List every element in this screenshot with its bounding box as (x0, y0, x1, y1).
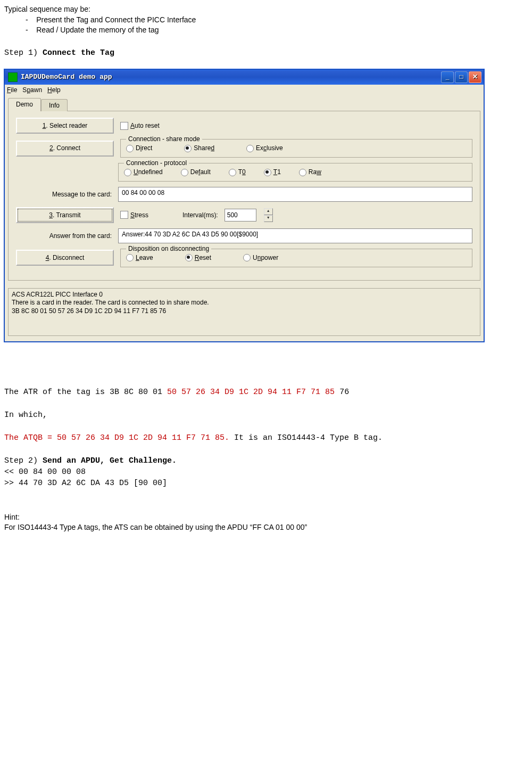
tab-demo[interactable]: Demo (8, 98, 41, 112)
atr-prefix: The ATR of the tag is 3B 8C 80 01 (4, 388, 167, 397)
atqb-suffix: It is an ISO14443-4 Type B tag. (229, 433, 383, 442)
hint-text: For ISO14443-4 Type A tags, the ATS can … (4, 522, 528, 533)
bullet: - Read / Update the memory of the tag (26, 25, 528, 36)
protocol-legend: Connection - protocol (124, 159, 189, 168)
spin-down-icon[interactable]: ▼ (264, 215, 273, 222)
in-which: In which, (4, 409, 528, 421)
disposition-legend: Disposition on disconnecting (126, 244, 211, 253)
disposition-group: Disposition on disconnecting Leave Reset… (120, 249, 472, 267)
apdu-recv: >> 44 70 3D A2 6C DA 43 D5 [90 00] (4, 478, 528, 489)
step2-line: Step 2) Send an APDU, Get Challenge. (4, 455, 528, 466)
minimize-button[interactable]: _ (441, 71, 454, 83)
radio-raw[interactable]: Raw (299, 168, 321, 177)
app-icon (8, 72, 18, 82)
maximize-button[interactable]: □ (455, 71, 468, 83)
hint-label: Hint: (4, 512, 528, 523)
menu-spawn[interactable]: Spawn (22, 86, 42, 95)
menu-help[interactable]: Help (47, 86, 61, 95)
msg-label: Message to the card: (16, 190, 112, 199)
menubar: File Spawn Help (5, 85, 484, 96)
close-button[interactable]: ✕ (469, 71, 481, 83)
disconnect-button[interactable]: 4. Disconnect (16, 250, 114, 266)
share-mode-legend: Connection - share mode (126, 135, 202, 144)
spin-up-icon[interactable]: ▲ (264, 208, 273, 215)
atr-suffix: 76 (335, 388, 349, 397)
status-line: 3B 8C 80 01 50 57 26 34 D9 1C 2D 94 11 F… (12, 307, 477, 316)
bullet: - Present the Tag and Connect the PICC I… (26, 15, 528, 26)
radio-shared[interactable]: Shared (184, 144, 214, 153)
step2-bold: Send an APDU, Get Challenge. (43, 456, 177, 465)
status-line: ACS ACR122L PICC Interface 0 (12, 291, 477, 299)
atr-red: 50 57 26 34 D9 1C 2D 94 11 F7 71 85 (167, 388, 335, 397)
radio-direct[interactable]: Direct (126, 144, 152, 153)
answer-label: Answer from the card: (16, 232, 112, 241)
step1-prefix: Step 1) (4, 48, 43, 58)
bullet-text: Present the Tag and Connect the PICC Int… (36, 15, 196, 24)
radio-reset[interactable]: Reset (185, 253, 211, 263)
step1-line: Step 1) Connect the Tag (4, 47, 528, 59)
atr-line: The ATR of the tag is 3B 8C 80 01 50 57 … (4, 387, 528, 398)
radio-default[interactable]: Default (181, 168, 211, 177)
radio-unpower[interactable]: Unpower (243, 253, 278, 263)
interval-label: Interval(ms): (182, 211, 218, 220)
connect-button[interactable]: 2. Connect (16, 141, 114, 157)
step1-bold: Connect the Tag (43, 48, 114, 58)
tab-info[interactable]: Info (41, 99, 68, 112)
message-input[interactable]: 00 84 00 00 08 (118, 187, 472, 202)
app-window: IAPDUDemoCard demo app _ □ ✕ File Spawn … (4, 69, 484, 342)
window-title: IAPDUDemoCard demo app (21, 72, 441, 82)
answer-input[interactable]: Answer:44 70 3D A2 6C DA 43 D5 90 00[$90… (118, 228, 472, 243)
radio-t0[interactable]: T0 (229, 168, 246, 177)
demo-panel: 1. Select reader Auto reset 2. Connect C… (8, 111, 480, 280)
status-box: ACS ACR122L PICC Interface 0 There is a … (8, 288, 480, 336)
radio-undefined[interactable]: Undefined (124, 168, 163, 177)
radio-t1[interactable]: T1 (264, 168, 281, 177)
status-line: There is a card in the reader. The card … (12, 299, 477, 307)
titlebar[interactable]: IAPDUDemoCard demo app _ □ ✕ (5, 70, 484, 85)
bullet-text: Read / Update the memory of the tag (36, 26, 159, 34)
protocol-group: Connection - protocol Undefined Default … (118, 163, 472, 182)
select-reader-button[interactable]: 1. Select reader (16, 118, 114, 134)
auto-reset-checkbox[interactable]: Auto reset (120, 121, 160, 130)
interval-input[interactable]: 500 (225, 209, 256, 222)
share-mode-group: Connection - share mode Direct Shared Ex… (120, 139, 472, 158)
step2-prefix: Step 2) (4, 456, 43, 465)
transmit-button[interactable]: 3. Transmit (16, 207, 114, 223)
stress-checkbox[interactable]: Stress (120, 211, 148, 220)
radio-leave[interactable]: Leave (126, 253, 153, 263)
menu-file[interactable]: File (7, 86, 17, 95)
interval-spin-buttons[interactable]: ▲ ▼ (264, 208, 273, 222)
atqb-red: The ATQB = 50 57 26 34 D9 1C 2D 94 11 F7… (4, 433, 229, 442)
atqb-line: The ATQB = 50 57 26 34 D9 1C 2D 94 11 F7… (4, 432, 528, 444)
radio-exclusive[interactable]: Exclusive (246, 144, 283, 153)
apdu-sent: << 00 84 00 00 08 (4, 466, 528, 478)
intro-text: Typical sequence may be: (4, 4, 528, 15)
